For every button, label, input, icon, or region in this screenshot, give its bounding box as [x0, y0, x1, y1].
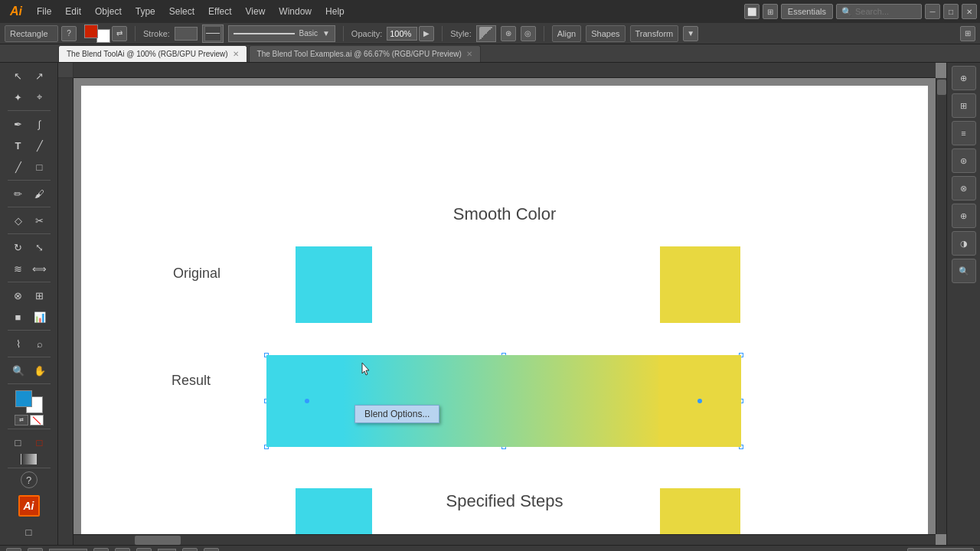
panel-btn-4[interactable]: ⊛ — [952, 148, 976, 173]
panel-btn-8[interactable]: 🔍 — [952, 259, 976, 283]
minimize-btn[interactable]: ─ — [925, 4, 940, 19]
menu-select[interactable]: Select — [163, 3, 201, 20]
close-btn[interactable]: ✕ — [962, 4, 977, 19]
line-tool[interactable]: ╱ — [8, 157, 28, 177]
rotate-tool[interactable]: ↻ — [8, 237, 28, 257]
panel-btn-6[interactable]: ⊕ — [952, 204, 976, 228]
search-input[interactable] — [855, 7, 916, 16]
nav-prev-btn[interactable]: ◀ — [182, 548, 198, 552]
style-options-icon[interactable]: ⊛ — [501, 26, 516, 41]
stroke-color-indicator[interactable] — [96, 29, 110, 43]
hand-tool[interactable]: ✋ — [30, 360, 50, 380]
menu-help[interactable]: Help — [319, 3, 351, 20]
stroke-style-selector[interactable]: Basic ▼ — [228, 25, 335, 42]
panel-toggle-icon[interactable]: ⊞ — [960, 26, 975, 41]
yellow-original-box[interactable] — [660, 246, 740, 323]
magic-wand-tool[interactable]: ✦ — [8, 87, 28, 107]
measure-tool[interactable]: ⌕ — [30, 334, 50, 354]
transform-options-icon[interactable]: ▼ — [683, 26, 698, 41]
fill-color-indicator[interactable] — [84, 24, 98, 38]
cyan-original-box[interactable] — [296, 246, 372, 323]
result-blend-selection[interactable]: Blend Options... — [266, 355, 741, 447]
tab-1-close[interactable]: ✕ — [466, 50, 472, 58]
fill-mode-btn[interactable]: □ — [8, 432, 28, 452]
foreground-color-box[interactable] — [15, 390, 32, 407]
artboard[interactable]: Smooth Color Original Result — [81, 86, 928, 534]
swap-colors-btn[interactable]: ⇄ — [15, 415, 28, 425]
v-scrollbar[interactable] — [936, 78, 946, 534]
pencil-tool[interactable]: ✏ — [8, 184, 28, 204]
menu-window[interactable]: Window — [273, 3, 318, 20]
chart-tool[interactable]: 📊 — [30, 307, 50, 327]
warp-tool[interactable]: ≋ — [8, 259, 28, 279]
menu-view[interactable]: View — [240, 3, 272, 20]
blend-tool[interactable]: ⊗ — [8, 285, 28, 305]
search-box[interactable]: 🔍 — [836, 4, 922, 19]
opacity-value[interactable]: 100% — [387, 27, 417, 41]
document-icon[interactable]: ⊞ — [763, 4, 778, 19]
panel-btn-5[interactable]: ⊗ — [952, 176, 976, 201]
status-doc-icon[interactable]: ▶ — [28, 548, 43, 552]
type-tool[interactable]: T — [8, 135, 28, 155]
h-scrollbar[interactable] — [74, 534, 936, 545]
scale-tool[interactable]: ⤡ — [30, 237, 50, 257]
none-color-btn[interactable] — [30, 415, 44, 425]
menu-effect[interactable]: Effect — [202, 3, 237, 20]
menu-type[interactable]: Type — [129, 3, 162, 20]
zoom-indicator[interactable]: ● — [115, 548, 130, 552]
blob-brush-tool[interactable]: 🖌 — [30, 184, 50, 204]
panel-btn-1[interactable]: ⊕ — [952, 66, 976, 90]
panel-btn-3[interactable]: ≡ — [952, 121, 976, 145]
lasso-tool[interactable]: ⌖ — [30, 87, 50, 107]
cyan-specified-box[interactable] — [296, 488, 372, 534]
shapes-btn[interactable]: Shapes — [586, 25, 625, 42]
align-btn[interactable]: Align — [552, 25, 581, 42]
v-scroll-thumb[interactable] — [937, 80, 946, 95]
eyedropper-tool[interactable]: ⌇ — [8, 334, 28, 354]
width-tool[interactable]: ⟺ — [30, 259, 50, 279]
panel-btn-7[interactable]: ◑ — [952, 231, 976, 256]
arrange-icon[interactable]: ⬜ — [744, 4, 760, 19]
status-screen-icon[interactable]: □ — [6, 548, 21, 552]
swap-colors-icon[interactable]: ⇄ — [112, 26, 127, 41]
type-on-path-tool[interactable]: ╱ — [30, 135, 50, 155]
gradient-tool[interactable]: ■ — [8, 307, 28, 327]
opacity-arrow[interactable]: ▶ — [419, 26, 434, 41]
zoom-input[interactable]: 100% — [49, 549, 87, 552]
tab-0[interactable]: The Blend ToolAi @ 100% (RGB/GPU Preview… — [58, 45, 247, 62]
yellow-specified-box[interactable] — [660, 488, 740, 534]
stroke-width-field[interactable] — [175, 27, 198, 41]
artboard-navigation[interactable]: Selection ▶ ◀ — [907, 548, 974, 552]
app-icon-btn[interactable]: Ai — [16, 493, 42, 519]
menu-edit[interactable]: Edit — [59, 3, 87, 20]
stroke-mode-btn[interactable]: □ — [30, 432, 50, 452]
stroke-color-box[interactable] — [202, 24, 224, 43]
shape-selector[interactable]: Rectangle — [5, 25, 58, 42]
gradient-mode-btn[interactable] — [21, 454, 38, 465]
zoom-decrease-btn[interactable]: ◀ — [93, 548, 109, 552]
curvature-tool[interactable]: ∫ — [30, 114, 50, 134]
maximize-btn[interactable]: □ — [943, 4, 959, 19]
zoom-tool[interactable]: 🔍 — [8, 360, 28, 380]
essentials-dropdown[interactable]: Essentials — [781, 4, 833, 19]
h-scroll-thumb[interactable] — [135, 536, 181, 545]
tab-1[interactable]: The Blend Tool Examples.ai @ 66.67% (RGB… — [249, 45, 481, 62]
menu-object[interactable]: Object — [89, 3, 128, 20]
opacity-icon[interactable]: ◎ — [521, 26, 536, 41]
direct-select-tool[interactable]: ↗ — [30, 66, 50, 86]
tab-0-close[interactable]: ✕ — [233, 50, 239, 58]
shape-options-btn[interactable]: ? — [61, 26, 77, 41]
page-input[interactable] — [158, 549, 176, 552]
style-selector[interactable] — [476, 25, 496, 42]
pen-tool[interactable]: ✒ — [8, 114, 28, 134]
transform-btn[interactable]: Transform — [630, 25, 679, 42]
yellow-result-box[interactable] — [658, 355, 741, 447]
blend-options-popup[interactable]: Blend Options... — [354, 405, 439, 423]
cyan-result-box[interactable] — [266, 355, 347, 447]
canvas-area[interactable]: Smooth Color Original Result — [58, 63, 946, 545]
menu-file[interactable]: File — [31, 3, 57, 20]
question-btn[interactable]: ? — [21, 471, 38, 488]
nav-next-btn[interactable]: ▶ — [204, 548, 219, 552]
mesh-tool[interactable]: ⊞ — [30, 285, 50, 305]
rect-tool[interactable]: □ — [30, 157, 50, 177]
